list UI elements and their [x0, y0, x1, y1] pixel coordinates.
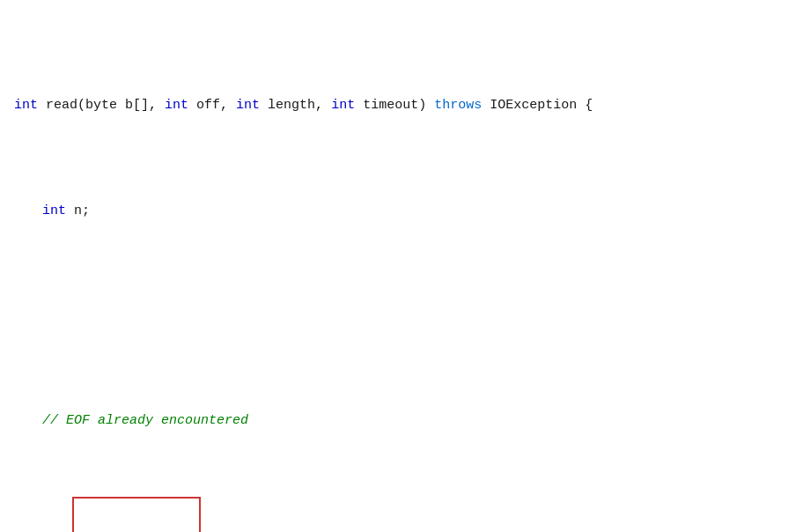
code-line-1: int read(byte b[], int off, int length, … — [14, 95, 782, 116]
code-comment-eof: // EOF already encountered — [14, 410, 782, 432]
highlighted-block: if (eof) { return -1; } — [72, 497, 201, 532]
keyword-int: int — [14, 95, 38, 116]
code-empty-1 — [14, 307, 782, 326]
code-block: int read(byte b[], int off, int length, … — [0, 7, 796, 532]
code-line-2: int n; — [14, 201, 782, 222]
